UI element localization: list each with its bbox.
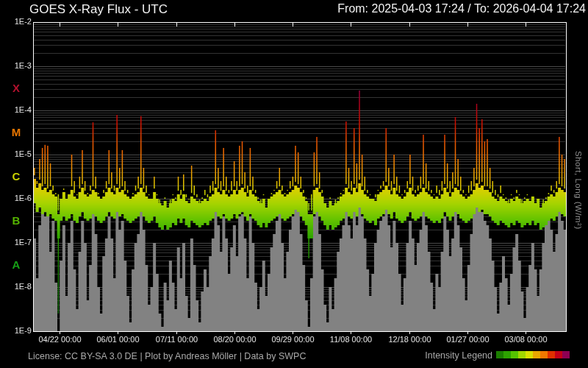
flux-class-letter-b: B (7, 214, 25, 227)
intensity-legend-label: Intensity Legend (425, 350, 492, 361)
y-tick-label: 1E-2 (15, 17, 32, 26)
date-range: From: 2025-04-03 17:24 / To: 2026-04-04 … (337, 2, 586, 15)
intensity-legend-swatch (562, 351, 570, 358)
flux-class-letter-c: C (7, 170, 25, 183)
intensity-legend-swatch (496, 351, 503, 358)
y-tick-label: 1E-8 (15, 282, 32, 291)
x-tick-label: 11/08 00:00 (330, 335, 372, 344)
intensity-legend-swatch (533, 351, 540, 358)
flux-class-letter-a: A (7, 258, 25, 271)
x-tick-label: 01/27 00:00 (446, 335, 489, 344)
license-text: License: CC BY-SA 3.0 DE | Plot by Andre… (28, 351, 306, 361)
flux-chart-canvas (0, 0, 588, 368)
flux-class-letter-m: M (7, 126, 25, 138)
intensity-legend-swatch (518, 351, 526, 358)
x-tick-label: 07/11 00:00 (156, 335, 198, 344)
x-tick-label: 03/08 00:00 (504, 335, 547, 344)
y-tick-label: 1E-6 (15, 194, 32, 202)
intensity-legend-bar (496, 351, 570, 358)
y-tick-label: 1E-4 (15, 105, 32, 114)
y-tick-label: 1E-3 (15, 61, 32, 70)
intensity-legend-swatch (503, 351, 511, 358)
goes-xray-flux-screen: GOES X-Ray Flux - UTC From: 2025-04-03 1… (0, 0, 588, 368)
y-tick-label: 1E-9 (15, 326, 32, 335)
chart-title: GOES X-Ray Flux - UTC (29, 2, 168, 17)
x-tick-label: 09/29 00:00 (271, 335, 314, 344)
intensity-legend-swatch (511, 351, 518, 358)
y-tick-label: 1E-7 (15, 238, 32, 247)
intensity-legend-swatch (526, 351, 533, 358)
intensity-legend-swatch (548, 351, 555, 358)
right-axis-label: Short, Long (W/m²) (567, 113, 583, 267)
x-tick-label: 08/20 00:00 (213, 335, 256, 344)
intensity-legend-swatch (555, 351, 562, 358)
intensity-legend-swatch (540, 351, 548, 358)
x-tick-label: 12/18 00:00 (388, 335, 431, 344)
x-tick-label: 06/01 00:00 (96, 335, 139, 344)
y-tick-label: 1E-5 (15, 149, 32, 158)
x-tick-label: 04/22 00:00 (38, 335, 81, 344)
flux-class-letter-x: X (7, 82, 25, 94)
